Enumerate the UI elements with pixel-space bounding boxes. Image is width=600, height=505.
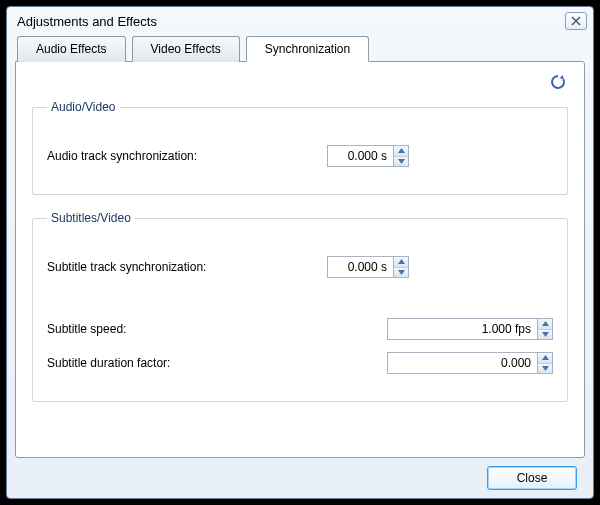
close-button[interactable]: Close bbox=[487, 466, 577, 490]
refresh-row bbox=[32, 72, 568, 92]
chevron-down-icon bbox=[398, 270, 405, 275]
input-subtitle-duration-factor[interactable] bbox=[387, 352, 537, 374]
close-icon bbox=[571, 16, 581, 26]
window-title: Adjustments and Effects bbox=[17, 14, 565, 29]
window-close-button[interactable] bbox=[565, 12, 587, 30]
spin-buttons-subtitle-duration-factor bbox=[537, 352, 553, 374]
spin-up-subtitle-track-sync[interactable] bbox=[394, 257, 408, 268]
window-outer-frame: Adjustments and Effects Audio Effects Vi… bbox=[0, 0, 600, 505]
refresh-button[interactable] bbox=[548, 72, 568, 92]
tab-panel-synchronization: Audio/Video Audio track synchronization: bbox=[15, 61, 585, 458]
group-audio-video-legend: Audio/Video bbox=[47, 100, 120, 114]
spacer bbox=[47, 289, 553, 307]
spin-subtitle-speed bbox=[387, 318, 553, 340]
row-subtitle-speed: Subtitle speed: bbox=[47, 317, 553, 341]
spin-up-audio-track-sync[interactable] bbox=[394, 146, 408, 157]
group-audio-video: Audio/Video Audio track synchronization: bbox=[32, 100, 568, 195]
refresh-icon bbox=[549, 73, 567, 91]
spin-buttons-subtitle-track-sync bbox=[393, 256, 409, 278]
spin-subtitle-track-sync bbox=[327, 256, 409, 278]
label-subtitle-track-sync: Subtitle track synchronization: bbox=[47, 260, 327, 274]
titlebar: Adjustments and Effects bbox=[7, 7, 593, 35]
group-subtitles-video: Subtitles/Video Subtitle track synchroni… bbox=[32, 211, 568, 402]
dialog-window: Adjustments and Effects Audio Effects Vi… bbox=[6, 6, 594, 499]
chevron-up-icon bbox=[398, 148, 405, 153]
chevron-up-icon bbox=[542, 321, 549, 326]
spin-audio-track-sync bbox=[327, 145, 409, 167]
label-audio-track-sync: Audio track synchronization: bbox=[47, 149, 327, 163]
client-area: Audio Effects Video Effects Synchronizat… bbox=[15, 35, 585, 490]
spin-buttons-subtitle-speed bbox=[537, 318, 553, 340]
group-subtitles-video-legend: Subtitles/Video bbox=[47, 211, 135, 225]
chevron-down-icon bbox=[542, 332, 549, 337]
label-subtitle-speed: Subtitle speed: bbox=[47, 322, 327, 336]
row-subtitle-track-sync: Subtitle track synchronization: bbox=[47, 255, 553, 279]
ctrl-subtitle-speed bbox=[327, 318, 553, 340]
ctrl-subtitle-duration-factor bbox=[327, 352, 553, 374]
chevron-down-icon bbox=[398, 159, 405, 164]
spin-down-subtitle-track-sync[interactable] bbox=[394, 268, 408, 278]
spin-down-subtitle-speed[interactable] bbox=[538, 330, 552, 340]
chevron-up-icon bbox=[542, 355, 549, 360]
chevron-up-icon bbox=[398, 259, 405, 264]
ctrl-audio-track-sync bbox=[327, 145, 553, 167]
tab-video-effects[interactable]: Video Effects bbox=[132, 36, 240, 62]
spin-down-subtitle-duration-factor[interactable] bbox=[538, 364, 552, 374]
spin-buttons-audio-track-sync bbox=[393, 145, 409, 167]
tab-strip: Audio Effects Video Effects Synchronizat… bbox=[15, 36, 585, 62]
row-audio-track-sync: Audio track synchronization: bbox=[47, 144, 553, 168]
spin-subtitle-duration-factor bbox=[387, 352, 553, 374]
tab-synchronization[interactable]: Synchronization bbox=[246, 36, 369, 62]
spin-up-subtitle-duration-factor[interactable] bbox=[538, 353, 552, 364]
label-subtitle-duration-factor: Subtitle duration factor: bbox=[47, 356, 327, 370]
spin-up-subtitle-speed[interactable] bbox=[538, 319, 552, 330]
chevron-down-icon bbox=[542, 366, 549, 371]
tab-audio-effects[interactable]: Audio Effects bbox=[17, 36, 126, 62]
dialog-footer: Close bbox=[15, 458, 585, 490]
row-subtitle-duration-factor: Subtitle duration factor: bbox=[47, 351, 553, 375]
ctrl-subtitle-track-sync bbox=[327, 256, 553, 278]
spin-down-audio-track-sync[interactable] bbox=[394, 157, 408, 167]
input-subtitle-speed[interactable] bbox=[387, 318, 537, 340]
input-audio-track-sync[interactable] bbox=[327, 145, 393, 167]
input-subtitle-track-sync[interactable] bbox=[327, 256, 393, 278]
